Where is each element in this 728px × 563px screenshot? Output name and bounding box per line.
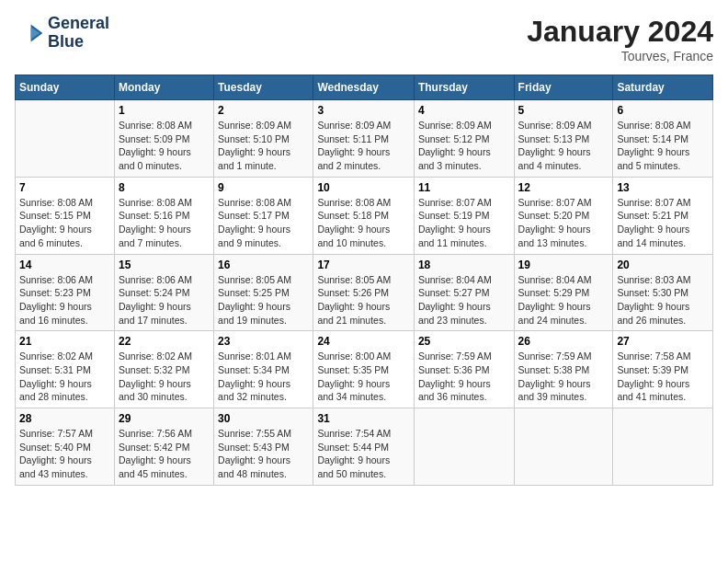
calendar-cell: 7Sunrise: 8:08 AMSunset: 5:15 PMDaylight… <box>16 177 115 254</box>
day-info: Sunrise: 7:57 AMSunset: 5:40 PMDaylight:… <box>19 427 110 481</box>
day-number: 24 <box>317 335 410 348</box>
calendar-subtitle: Tourves, France <box>527 49 713 63</box>
day-info: Sunrise: 8:08 AMSunset: 5:16 PMDaylight:… <box>119 196 210 250</box>
calendar-cell: 22Sunrise: 8:02 AMSunset: 5:32 PMDayligh… <box>114 331 213 408</box>
day-info: Sunrise: 7:58 AMSunset: 5:39 PMDaylight:… <box>617 350 709 404</box>
calendar-cell: 14Sunrise: 8:06 AMSunset: 5:23 PMDayligh… <box>16 254 115 331</box>
day-info: Sunrise: 8:04 AMSunset: 5:27 PMDaylight:… <box>418 273 510 327</box>
calendar-cell: 2Sunrise: 8:09 AMSunset: 5:10 PMDaylight… <box>214 100 313 178</box>
calendar-cell <box>16 100 115 178</box>
calendar-cell: 10Sunrise: 8:08 AMSunset: 5:18 PMDayligh… <box>313 177 415 254</box>
day-number: 8 <box>119 181 210 194</box>
logo-icon <box>15 18 44 48</box>
day-info: Sunrise: 8:08 AMSunset: 5:17 PMDaylight:… <box>218 196 309 250</box>
day-info: Sunrise: 8:08 AMSunset: 5:18 PMDaylight:… <box>317 196 410 250</box>
calendar-cell: 28Sunrise: 7:57 AMSunset: 5:40 PMDayligh… <box>16 408 115 486</box>
day-info: Sunrise: 8:01 AMSunset: 5:34 PMDaylight:… <box>218 350 309 404</box>
day-number: 20 <box>617 259 709 271</box>
calendar-cell: 27Sunrise: 7:58 AMSunset: 5:39 PMDayligh… <box>613 331 713 408</box>
header-day-monday: Monday <box>114 75 213 100</box>
page-header: General Blue January 2024 Tourves, Franc… <box>15 15 713 63</box>
calendar-cell: 9Sunrise: 8:08 AMSunset: 5:17 PMDaylight… <box>214 177 313 254</box>
day-info: Sunrise: 8:09 AMSunset: 5:12 PMDaylight:… <box>418 119 510 173</box>
day-number: 4 <box>418 104 510 117</box>
calendar-cell: 23Sunrise: 8:01 AMSunset: 5:34 PMDayligh… <box>214 331 313 408</box>
calendar-table: SundayMondayTuesdayWednesdayThursdayFrid… <box>15 75 713 486</box>
week-row-2: 7Sunrise: 8:08 AMSunset: 5:15 PMDaylight… <box>16 177 713 254</box>
day-number: 23 <box>218 335 309 348</box>
day-number: 2 <box>218 104 309 117</box>
day-info: Sunrise: 8:03 AMSunset: 5:30 PMDaylight:… <box>617 273 709 327</box>
calendar-cell: 3Sunrise: 8:09 AMSunset: 5:11 PMDaylight… <box>313 100 415 178</box>
header-day-wednesday: Wednesday <box>313 75 415 100</box>
day-number: 7 <box>19 181 110 194</box>
day-info: Sunrise: 8:05 AMSunset: 5:26 PMDaylight:… <box>317 273 410 327</box>
calendar-cell: 13Sunrise: 8:07 AMSunset: 5:21 PMDayligh… <box>613 177 713 254</box>
calendar-cell: 31Sunrise: 7:54 AMSunset: 5:44 PMDayligh… <box>313 408 415 486</box>
calendar-cell: 26Sunrise: 7:59 AMSunset: 5:38 PMDayligh… <box>514 331 613 408</box>
day-info: Sunrise: 8:04 AMSunset: 5:29 PMDaylight:… <box>518 273 609 327</box>
logo-text: General Blue <box>48 15 109 52</box>
title-block: January 2024 Tourves, France <box>527 15 713 63</box>
calendar-cell: 15Sunrise: 8:06 AMSunset: 5:24 PMDayligh… <box>114 254 213 331</box>
calendar-cell <box>414 408 514 486</box>
calendar-cell: 17Sunrise: 8:05 AMSunset: 5:26 PMDayligh… <box>313 254 415 331</box>
day-info: Sunrise: 8:00 AMSunset: 5:35 PMDaylight:… <box>317 350 410 404</box>
day-info: Sunrise: 7:56 AMSunset: 5:42 PMDaylight:… <box>119 427 210 481</box>
day-number: 16 <box>218 259 309 271</box>
day-info: Sunrise: 8:07 AMSunset: 5:19 PMDaylight:… <box>418 196 510 250</box>
week-row-1: 1Sunrise: 8:08 AMSunset: 5:09 PMDaylight… <box>16 100 713 178</box>
day-number: 1 <box>119 104 210 117</box>
day-number: 22 <box>119 335 210 348</box>
day-number: 15 <box>119 259 210 271</box>
day-number: 25 <box>418 335 510 348</box>
day-number: 3 <box>317 104 410 117</box>
day-info: Sunrise: 7:55 AMSunset: 5:43 PMDaylight:… <box>218 427 309 481</box>
calendar-cell: 30Sunrise: 7:55 AMSunset: 5:43 PMDayligh… <box>214 408 313 486</box>
day-number: 18 <box>418 259 510 271</box>
day-number: 26 <box>518 335 609 348</box>
calendar-cell: 24Sunrise: 8:00 AMSunset: 5:35 PMDayligh… <box>313 331 415 408</box>
calendar-cell: 20Sunrise: 8:03 AMSunset: 5:30 PMDayligh… <box>613 254 713 331</box>
week-row-5: 28Sunrise: 7:57 AMSunset: 5:40 PMDayligh… <box>16 408 713 486</box>
day-info: Sunrise: 7:59 AMSunset: 5:38 PMDaylight:… <box>518 350 609 404</box>
day-number: 6 <box>617 104 709 117</box>
day-info: Sunrise: 8:09 AMSunset: 5:10 PMDaylight:… <box>218 119 309 173</box>
header-row: SundayMondayTuesdayWednesdayThursdayFrid… <box>16 75 713 100</box>
calendar-cell: 16Sunrise: 8:05 AMSunset: 5:25 PMDayligh… <box>214 254 313 331</box>
logo-line2: Blue <box>48 33 109 52</box>
day-info: Sunrise: 8:08 AMSunset: 5:14 PMDaylight:… <box>617 119 709 173</box>
day-number: 31 <box>317 412 410 425</box>
day-info: Sunrise: 8:09 AMSunset: 5:11 PMDaylight:… <box>317 119 410 173</box>
day-number: 11 <box>418 181 510 194</box>
day-info: Sunrise: 8:05 AMSunset: 5:25 PMDaylight:… <box>218 273 309 327</box>
day-info: Sunrise: 8:02 AMSunset: 5:31 PMDaylight:… <box>19 350 110 404</box>
day-number: 14 <box>19 259 110 271</box>
logo: General Blue <box>15 15 109 52</box>
day-number: 21 <box>19 335 110 348</box>
day-number: 10 <box>317 181 410 194</box>
calendar-cell <box>514 408 613 486</box>
day-info: Sunrise: 8:09 AMSunset: 5:13 PMDaylight:… <box>518 119 609 173</box>
calendar-cell: 4Sunrise: 8:09 AMSunset: 5:12 PMDaylight… <box>414 100 514 178</box>
day-number: 5 <box>518 104 609 117</box>
calendar-cell <box>613 408 713 486</box>
calendar-cell: 11Sunrise: 8:07 AMSunset: 5:19 PMDayligh… <box>414 177 514 254</box>
header-day-saturday: Saturday <box>613 75 713 100</box>
calendar-cell: 1Sunrise: 8:08 AMSunset: 5:09 PMDaylight… <box>114 100 213 178</box>
calendar-cell: 18Sunrise: 8:04 AMSunset: 5:27 PMDayligh… <box>414 254 514 331</box>
day-info: Sunrise: 7:54 AMSunset: 5:44 PMDaylight:… <box>317 427 410 481</box>
week-row-4: 21Sunrise: 8:02 AMSunset: 5:31 PMDayligh… <box>16 331 713 408</box>
calendar-cell: 19Sunrise: 8:04 AMSunset: 5:29 PMDayligh… <box>514 254 613 331</box>
day-number: 9 <box>218 181 309 194</box>
day-number: 17 <box>317 259 410 271</box>
header-day-tuesday: Tuesday <box>214 75 313 100</box>
logo-line1: General <box>48 15 109 33</box>
calendar-cell: 25Sunrise: 7:59 AMSunset: 5:36 PMDayligh… <box>414 331 514 408</box>
calendar-cell: 5Sunrise: 8:09 AMSunset: 5:13 PMDaylight… <box>514 100 613 178</box>
day-info: Sunrise: 8:08 AMSunset: 5:15 PMDaylight:… <box>19 196 110 250</box>
header-day-sunday: Sunday <box>16 75 115 100</box>
day-number: 12 <box>518 181 609 194</box>
calendar-cell: 21Sunrise: 8:02 AMSunset: 5:31 PMDayligh… <box>16 331 115 408</box>
day-info: Sunrise: 7:59 AMSunset: 5:36 PMDaylight:… <box>418 350 510 404</box>
